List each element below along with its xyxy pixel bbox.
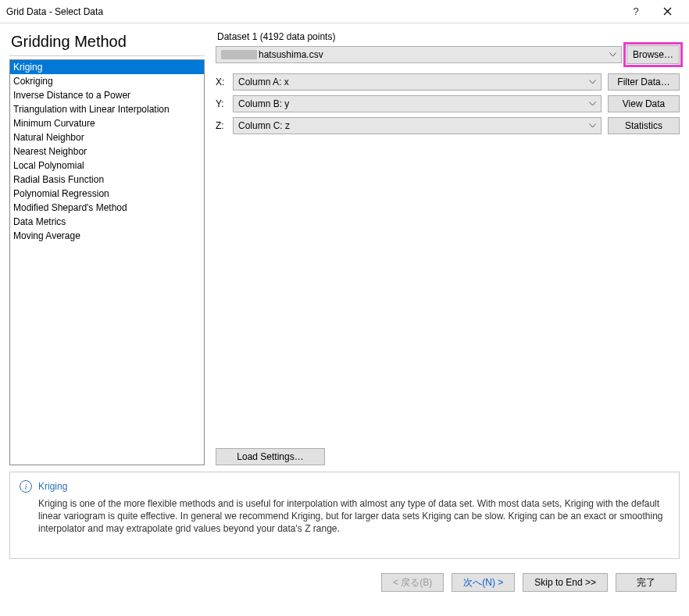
window-title: Grid Data - Select Data <box>6 6 620 17</box>
info-body: Kriging is one of the more flexible meth… <box>38 497 669 536</box>
chevron-down-icon <box>589 101 596 106</box>
method-item[interactable]: Triangulation with Linear Interpolation <box>10 102 204 116</box>
method-item[interactable]: Cokriging <box>10 74 204 88</box>
info-header: i Kriging <box>20 480 669 493</box>
gridding-method-list[interactable]: KrigingCokrigingInverse Distance to a Po… <box>9 59 205 465</box>
chevron-down-icon <box>589 123 596 128</box>
method-item[interactable]: Polynomial Regression <box>10 187 204 201</box>
chevron-down-icon <box>609 52 616 57</box>
side-button[interactable]: Statistics <box>608 117 680 134</box>
method-item[interactable]: Kriging <box>10 60 204 74</box>
dataset-file-name: hatsushima.csv <box>259 49 323 60</box>
column-row: X:Column A: xFilter Data… <box>216 73 680 91</box>
column-value: Column A: x <box>238 77 289 87</box>
column-combo[interactable]: Column A: x <box>233 73 602 91</box>
back-button[interactable]: < 戻る(B) <box>381 573 444 592</box>
dataset-file-combo[interactable]: hatsushima.csv <box>216 46 622 63</box>
column-combo[interactable]: Column B: y <box>233 95 602 112</box>
axis-label: Y: <box>216 98 227 109</box>
dataset-label: Dataset 1 (4192 data points) <box>216 31 680 42</box>
titlebar: Grid Data - Select Data ? <box>0 0 689 23</box>
right-panel: Dataset 1 (4192 data points) hatsushima.… <box>216 31 680 465</box>
axis-label: X: <box>216 77 227 87</box>
finish-button[interactable]: 完了 <box>616 573 677 592</box>
method-item[interactable]: Data Metrics <box>10 215 204 229</box>
method-item[interactable]: Moving Average <box>10 229 204 243</box>
axis-label: Z: <box>216 120 227 131</box>
left-panel: Gridding Method KrigingCokrigingInverse … <box>9 31 205 465</box>
method-item[interactable]: Minimum Curvature <box>10 116 204 130</box>
column-row: Y:Column B: yView Data <box>216 95 680 112</box>
redacted-path-prefix <box>221 50 257 59</box>
method-item[interactable]: Nearest Neighbor <box>10 144 204 158</box>
info-panel: i Kriging Kriging is one of the more fle… <box>9 472 680 559</box>
column-value: Column B: y <box>238 98 289 109</box>
load-settings-button[interactable]: Load Settings… <box>216 448 325 465</box>
browse-highlight-annotation: Browse… <box>623 42 683 67</box>
gridding-method-title: Gridding Method <box>9 31 205 56</box>
wizard-footer: < 戻る(B) 次へ(N) > Skip to End >> 完了 <box>0 559 689 603</box>
chevron-down-icon <box>589 80 596 84</box>
close-icon <box>663 7 672 16</box>
info-icon: i <box>20 480 32 493</box>
method-item[interactable]: Radial Basis Function <box>10 173 204 187</box>
skip-to-end-button[interactable]: Skip to End >> <box>523 573 608 592</box>
browse-button[interactable]: Browse… <box>627 45 680 64</box>
method-item[interactable]: Inverse Distance to a Power <box>10 88 204 102</box>
column-combo[interactable]: Column C: z <box>233 117 602 134</box>
close-button[interactable] <box>652 1 683 23</box>
info-title: Kriging <box>38 481 67 492</box>
method-item[interactable]: Natural Neighbor <box>10 130 204 144</box>
next-button[interactable]: 次へ(N) > <box>452 573 515 592</box>
column-row: Z:Column C: zStatistics <box>216 117 680 134</box>
method-item[interactable]: Modified Shepard's Method <box>10 201 204 215</box>
side-button[interactable]: Filter Data… <box>608 73 680 91</box>
column-value: Column C: z <box>238 120 290 131</box>
main-content: Gridding Method KrigingCokrigingInverse … <box>0 23 689 465</box>
help-button[interactable]: ? <box>620 1 652 23</box>
side-button[interactable]: View Data <box>608 95 680 112</box>
method-item[interactable]: Local Polynomial <box>10 158 204 173</box>
file-row: hatsushima.csv Browse… <box>216 45 680 64</box>
